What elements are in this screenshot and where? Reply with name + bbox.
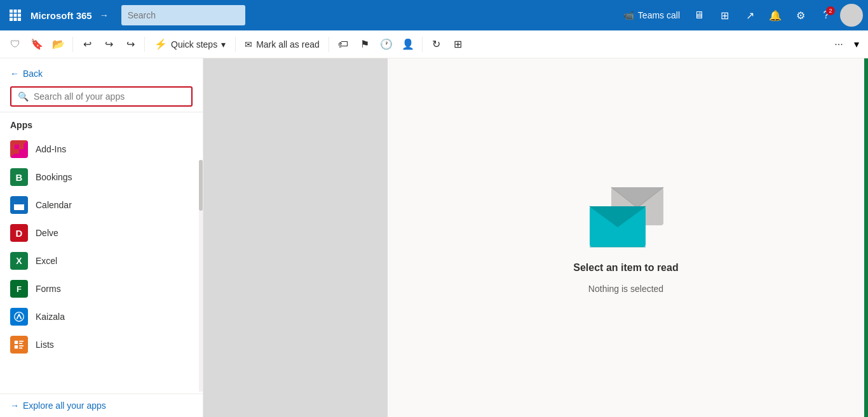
back-arrow-icon: ← xyxy=(10,69,19,79)
svg-rect-22 xyxy=(19,345,24,347)
reading-pane-title: Select an item to read xyxy=(573,262,678,274)
app-item-forms[interactable]: F Forms xyxy=(5,275,198,303)
forms-icon: F xyxy=(10,280,28,298)
waffle-icon[interactable] xyxy=(5,5,25,25)
bell-icon-btn[interactable]: 🔔 xyxy=(764,4,787,27)
move-icon-btn[interactable]: 📂 xyxy=(48,34,69,55)
user-avatar[interactable] xyxy=(840,4,863,27)
present-icon: 🖥 xyxy=(694,10,704,21)
app-item-kaizala[interactable]: Kaizala xyxy=(5,303,198,331)
top-nav-left: Microsoft 365 → xyxy=(5,5,245,25)
svg-rect-8 xyxy=(18,18,21,21)
svg-rect-20 xyxy=(19,343,22,344)
ms365-arrow: → xyxy=(100,10,109,20)
grid-icon: ⊞ xyxy=(721,10,729,22)
svg-rect-1 xyxy=(14,10,17,13)
apps-section-title: Apps xyxy=(0,112,203,135)
redo-icon-btn[interactable]: ↪ xyxy=(120,34,140,55)
share-icon-btn[interactable]: ↗ xyxy=(738,4,761,27)
envelope-illustration xyxy=(585,182,667,252)
scrollbar-thumb[interactable] xyxy=(199,160,203,211)
app-item-bookings[interactable]: B Bookings xyxy=(5,163,198,191)
svg-rect-3 xyxy=(10,14,13,17)
delve-icon: D xyxy=(10,224,28,242)
explore-arrow-icon: → xyxy=(10,400,19,411)
app-item-delve[interactable]: D Delve xyxy=(5,219,198,247)
settings-icon-btn[interactable]: ⚙ xyxy=(789,4,812,27)
top-search-input[interactable] xyxy=(121,5,245,25)
app-item-addins[interactable]: Add-Ins xyxy=(5,135,198,163)
svg-rect-15 xyxy=(16,200,17,202)
delve-label: Delve xyxy=(36,228,58,238)
scrollbar-track[interactable] xyxy=(199,160,203,392)
present-icon-btn[interactable]: 🖥 xyxy=(688,4,710,27)
excel-icon: X xyxy=(10,252,28,270)
svg-rect-5 xyxy=(18,14,21,17)
search-apps-input[interactable] xyxy=(34,91,185,102)
search-icon: 🔍 xyxy=(18,91,29,102)
mark-all-read-label: Mark all as read xyxy=(256,39,320,50)
snooze-icon-btn[interactable]: 🕐 xyxy=(376,34,397,55)
quick-steps-button[interactable]: ⚡ Quick steps ▾ xyxy=(149,35,231,53)
back-label: Back xyxy=(23,69,43,79)
calendar-label: Calendar xyxy=(36,200,72,210)
tag-icon-btn[interactable]: 🏷 xyxy=(333,34,353,55)
apps-panel-footer: → Explore all your apps xyxy=(0,394,203,417)
mark-all-read-button[interactable]: ✉ Mark all as read xyxy=(240,37,325,52)
apps-panel-header: ← Back 🔍 xyxy=(0,58,203,112)
lists-icon xyxy=(10,336,28,354)
shield-icon-btn: 🛡 xyxy=(5,34,25,55)
kaizala-icon xyxy=(10,308,28,326)
help-icon-btn[interactable]: ? 2 xyxy=(815,4,837,27)
toolbar-expand-btn[interactable]: ▾ xyxy=(850,37,863,52)
svg-rect-2 xyxy=(18,10,21,13)
svg-rect-12 xyxy=(19,149,24,154)
lightning-icon: ⚡ xyxy=(154,38,167,50)
explore-all-apps-link[interactable]: → Explore all your apps xyxy=(10,400,193,411)
svg-rect-6 xyxy=(10,18,13,21)
svg-rect-18 xyxy=(15,341,18,344)
svg-rect-16 xyxy=(21,200,22,202)
app-item-excel[interactable]: X Excel xyxy=(5,247,198,275)
reading-pane-subtitle: Nothing is selected xyxy=(588,284,663,294)
apps-list: Add-Ins B Bookings Calendar xyxy=(0,135,203,394)
grid-icon-btn[interactable]: ⊞ xyxy=(713,4,736,27)
search-apps-box[interactable]: 🔍 xyxy=(10,86,193,107)
svg-rect-4 xyxy=(14,14,17,17)
table-icon-btn[interactable]: ⊞ xyxy=(448,34,468,55)
toolbar: 🛡 🔖 📂 ↩ ↪ ↪ ⚡ Quick steps ▾ ✉ Mark all a… xyxy=(0,30,868,58)
mail-list-panel xyxy=(203,58,388,417)
loop-icon-btn[interactable]: ↻ xyxy=(426,34,447,55)
svg-rect-23 xyxy=(19,348,22,349)
back-button[interactable]: ← Back xyxy=(10,69,193,79)
svg-rect-9 xyxy=(15,145,19,149)
app-item-lists[interactable]: Lists xyxy=(5,331,198,359)
help-badge: 2 xyxy=(826,6,835,15)
svg-rect-21 xyxy=(15,345,18,348)
bookings-icon: B xyxy=(10,168,28,186)
svg-rect-11 xyxy=(15,149,19,154)
reading-pane: Select an item to read Nothing is select… xyxy=(388,58,864,417)
lists-label: Lists xyxy=(36,340,54,350)
quick-steps-label: Quick steps xyxy=(171,39,217,50)
kaizala-label: Kaizala xyxy=(36,312,65,322)
envelope-icon: ✉ xyxy=(245,39,252,50)
explore-link-label: Explore all your apps xyxy=(23,400,106,411)
quick-steps-chevron: ▾ xyxy=(221,39,226,50)
undo-icon-btn[interactable]: ↩ xyxy=(77,34,97,55)
undo2-icon-btn[interactable]: ↪ xyxy=(98,34,119,55)
svg-rect-0 xyxy=(10,10,13,13)
bookings-label: Bookings xyxy=(36,172,72,182)
app-item-calendar[interactable]: Calendar xyxy=(5,191,198,219)
ms365-label[interactable]: Microsoft 365 xyxy=(31,10,92,21)
svg-rect-19 xyxy=(19,341,24,342)
teams-call-button[interactable]: 📹 Teams call xyxy=(618,8,685,23)
more-icon-btn[interactable]: ··· xyxy=(829,34,849,55)
addins-icon xyxy=(10,140,28,158)
toolbar-sep-3 xyxy=(235,37,236,52)
excel-label: Excel xyxy=(36,256,57,266)
flag-icon-btn[interactable]: ⚑ xyxy=(355,34,375,55)
assign-icon-btn[interactable]: 👤 xyxy=(398,34,418,55)
svg-rect-10 xyxy=(19,145,24,149)
bell-icon: 🔔 xyxy=(769,10,782,22)
